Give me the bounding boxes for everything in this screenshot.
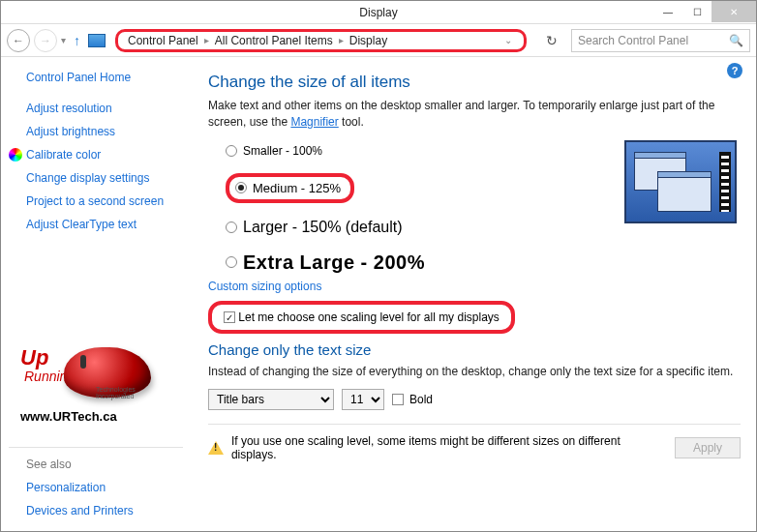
chevron-right-icon: ▸ xyxy=(204,35,209,45)
sidebar-project-second-screen[interactable]: Project to a second screen xyxy=(26,194,193,208)
chevron-right-icon: ▸ xyxy=(339,35,344,45)
item-dropdown[interactable]: Title bars xyxy=(208,389,334,410)
radio-icon[interactable] xyxy=(226,256,237,268)
logo: Up Running Technologies Incorporated www… xyxy=(20,338,185,424)
warning-icon xyxy=(208,441,224,455)
preview-image xyxy=(624,140,737,223)
search-input[interactable]: Search Control Panel 🔍 xyxy=(571,29,750,52)
font-size-dropdown[interactable]: 11 xyxy=(342,389,384,410)
sidebar-change-display-settings[interactable]: Change display settings xyxy=(26,171,193,185)
search-icon[interactable]: 🔍 xyxy=(729,34,743,47)
apply-button[interactable]: Apply xyxy=(675,437,741,458)
radio-extra-large[interactable]: Extra Large - 200% xyxy=(226,251,741,274)
forward-button: → xyxy=(34,29,57,52)
sidebar-adjust-resolution[interactable]: Adjust resolution xyxy=(26,102,193,115)
main-content: Change the size of all items Make text a… xyxy=(202,57,756,531)
scaling-checkbox-row[interactable]: ✓ Let me choose one scaling level for al… xyxy=(208,301,515,334)
checkbox-icon[interactable]: ✓ xyxy=(224,311,235,323)
close-button[interactable]: ✕ xyxy=(712,1,756,22)
see-also-personalization[interactable]: Personalization xyxy=(26,481,183,494)
see-also-devices-printers[interactable]: Devices and Printers xyxy=(26,504,183,517)
toolbar: ← → ▾ ↑ Control Panel ▸ All Control Pane… xyxy=(1,24,756,57)
checkbox-label: Let me choose one scaling level for all … xyxy=(238,310,499,324)
page-heading: Change the size of all items xyxy=(208,73,741,92)
see-also: See also Personalization Devices and Pri… xyxy=(26,447,183,517)
text-size-description: Instead of changing the size of everythi… xyxy=(208,364,741,380)
sidebar: Control Panel Home Adjust resolution Adj… xyxy=(1,57,202,531)
monitor-icon xyxy=(88,34,106,47)
crumb-display[interactable]: Display xyxy=(346,34,391,47)
sidebar-adjust-brightness[interactable]: Adjust brightness xyxy=(26,125,193,138)
mouse-logo-icon: Up Running Technologies Incorporated xyxy=(20,338,166,407)
titlebar: Display — ☐ ✕ xyxy=(1,1,756,24)
color-wheel-icon xyxy=(9,148,22,162)
back-button[interactable]: ← xyxy=(7,29,30,52)
radio-icon[interactable] xyxy=(226,145,237,157)
custom-sizing-link[interactable]: Custom sizing options xyxy=(208,280,741,293)
radio-icon[interactable] xyxy=(226,222,237,233)
text-size-heading: Change only the text size xyxy=(208,341,741,358)
search-placeholder: Search Control Panel xyxy=(578,34,729,47)
see-also-header: See also xyxy=(26,458,183,471)
magnifier-link[interactable]: Magnifier xyxy=(290,115,338,129)
breadcrumb[interactable]: Control Panel ▸ All Control Panel Items … xyxy=(115,29,527,52)
footer: If you use one scaling level, some items… xyxy=(208,424,741,461)
warning-text: If you use one scaling level, some items… xyxy=(231,434,667,461)
window-buttons: — ☐ ✕ xyxy=(653,1,756,22)
refresh-button[interactable]: ↻ xyxy=(536,33,567,48)
recent-dropdown-icon[interactable]: ▾ xyxy=(61,35,66,45)
maximize-button[interactable]: ☐ xyxy=(682,1,712,22)
minimize-button[interactable]: — xyxy=(653,1,682,22)
sidebar-calibrate-color[interactable]: Calibrate color xyxy=(7,148,193,162)
bold-checkbox[interactable]: Bold xyxy=(392,393,433,406)
breadcrumb-dropdown-icon[interactable]: ⌄ xyxy=(504,35,518,45)
radio-icon[interactable] xyxy=(235,182,247,193)
radio-medium[interactable]: Medium - 125% xyxy=(226,173,354,203)
checkbox-icon[interactable] xyxy=(392,394,404,405)
logo-url: www.URTech.ca xyxy=(20,409,185,424)
up-button[interactable]: ↑ xyxy=(70,33,84,48)
crumb-all-items[interactable]: All Control Panel Items xyxy=(211,34,337,47)
page-description: Make text and other items on the desktop… xyxy=(208,98,741,131)
control-panel-home-link[interactable]: Control Panel Home xyxy=(26,71,193,84)
crumb-control-panel[interactable]: Control Panel xyxy=(124,34,202,47)
sidebar-adjust-cleartype[interactable]: Adjust ClearType text xyxy=(26,218,193,231)
window-title: Display xyxy=(359,6,397,19)
